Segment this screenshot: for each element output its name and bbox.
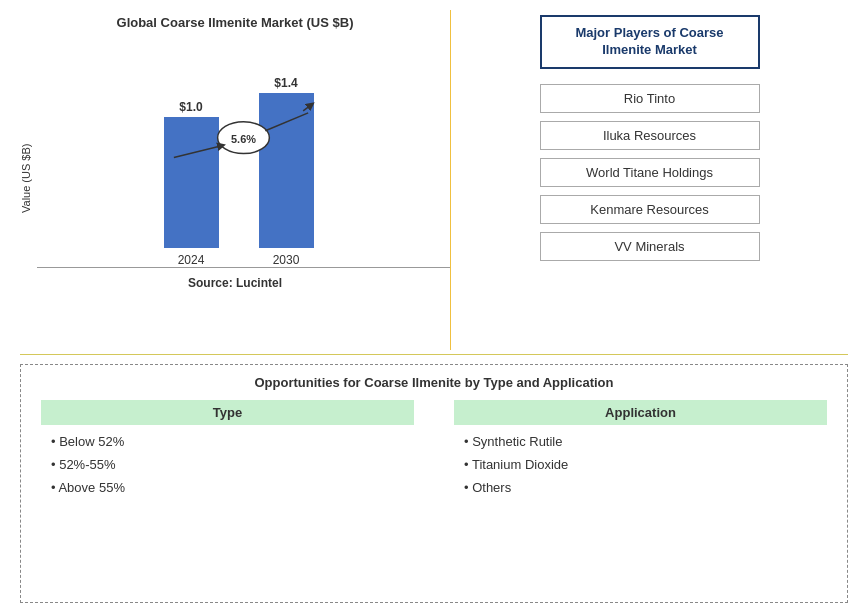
top-section: Global Coarse Ilmenite Market (US $B) Va…: [20, 10, 848, 350]
chart-title: Global Coarse Ilmenite Market (US $B): [117, 15, 354, 30]
application-items: • Synthetic Rutile • Titanium Dioxide • …: [454, 433, 827, 498]
type-header: Type: [41, 400, 414, 425]
application-item-1: • Synthetic Rutile: [464, 433, 827, 451]
type-item-3: • Above 55%: [51, 479, 414, 497]
player-item-4: Kenmare Resources: [540, 195, 760, 224]
application-header: Application: [454, 400, 827, 425]
player-item-1: Rio Tinto: [540, 84, 760, 113]
bar-2024: [164, 117, 219, 248]
application-item-2: • Titanium Dioxide: [464, 456, 827, 474]
bar-label-2030: 2030: [273, 253, 300, 267]
players-title: Major Players of Coarse Ilmenite Market: [557, 25, 743, 59]
type-item-2: • 52%-55%: [51, 456, 414, 474]
player-item-5: VV Minerals: [540, 232, 760, 261]
bars-container: 5.6%: [37, 83, 450, 268]
application-column: Application • Synthetic Rutile • Titaniu…: [454, 400, 827, 503]
bar-group-2024: $1.0 2024: [164, 100, 219, 267]
chart-arrow-svg: 5.6%: [37, 83, 450, 267]
right-section: Major Players of Coarse Ilmenite Market …: [450, 10, 848, 350]
y-axis-label: Value (US $B): [20, 88, 32, 268]
chart-wrapper: Value (US $B) 5.6%: [20, 38, 450, 268]
bar-group-2030: $1.4 2030: [259, 76, 314, 267]
bottom-section: Opportunities for Coarse Ilmenite by Typ…: [20, 364, 848, 603]
main-container: Global Coarse Ilmenite Market (US $B) Va…: [0, 0, 868, 613]
chart-inner: 5.6%: [37, 83, 450, 268]
chart-area: Global Coarse Ilmenite Market (US $B) Va…: [20, 10, 450, 350]
bottom-columns: Type • Below 52% • 52%-55% • Above 55% A…: [41, 400, 827, 503]
type-items: • Below 52% • 52%-55% • Above 55%: [41, 433, 414, 498]
source-text: Source: Lucintel: [188, 276, 282, 290]
type-column: Type • Below 52% • 52%-55% • Above 55%: [41, 400, 414, 503]
opportunities-title: Opportunities for Coarse Ilmenite by Typ…: [41, 375, 827, 390]
svg-text:5.6%: 5.6%: [231, 133, 256, 145]
bar-label-2024: 2024: [178, 253, 205, 267]
bar-value-2024: $1.0: [179, 100, 202, 114]
type-item-1: • Below 52%: [51, 433, 414, 451]
bar-2030: [259, 93, 314, 248]
player-item-2: Iluka Resources: [540, 121, 760, 150]
player-item-3: World Titane Holdings: [540, 158, 760, 187]
players-box: Major Players of Coarse Ilmenite Market: [540, 15, 760, 69]
bar-value-2030: $1.4: [274, 76, 297, 90]
application-item-3: • Others: [464, 479, 827, 497]
section-divider: [20, 354, 848, 355]
